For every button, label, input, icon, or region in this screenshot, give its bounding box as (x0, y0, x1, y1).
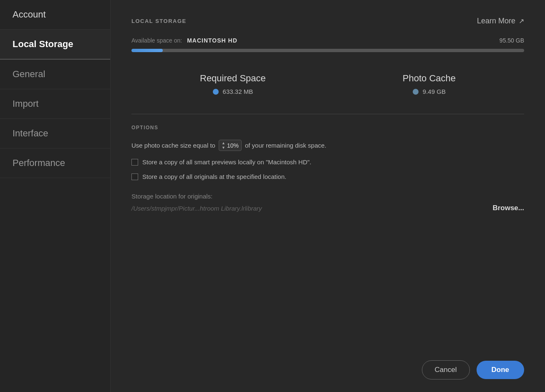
originals-row: Store a copy of all originals at the spe… (131, 173, 524, 180)
cache-value: 10% (227, 142, 239, 149)
progress-bar-track (131, 49, 524, 52)
progress-bar-fill (131, 49, 163, 52)
originals-checkbox[interactable] (131, 173, 138, 180)
stat-value-row-required-space: 633.32 MB (213, 88, 253, 95)
storage-location-label: Storage location for originals: (131, 193, 524, 200)
originals-label: Store a copy of all originals at the spe… (142, 173, 286, 180)
main-content: LOCAL STORAGE Learn More ↗ Available spa… (111, 0, 545, 392)
spinner-arrows[interactable]: ▲ ▼ (222, 141, 225, 150)
stat-item-photo-cache: Photo Cache9.49 GB (403, 73, 456, 95)
cache-spinner[interactable]: ▲ ▼ 10% (219, 140, 242, 151)
browse-button[interactable]: Browse... (492, 204, 524, 212)
options-title: OPTIONS (131, 125, 524, 131)
stat-value-photo-cache: 9.49 GB (423, 88, 446, 95)
stat-value-required-space: 633.32 MB (223, 88, 253, 95)
cancel-button[interactable]: Cancel (422, 360, 470, 379)
available-row: Available space on: MACINTOSH HD 95.50 G… (131, 37, 524, 44)
smart-previews-checkbox[interactable] (131, 159, 138, 166)
stat-label-photo-cache: Photo Cache (403, 73, 456, 84)
available-label: Available space on: (131, 37, 182, 44)
stat-item-required-space: Required Space633.32 MB (200, 73, 266, 95)
sidebar-item-local-storage[interactable]: Local Storage (0, 30, 110, 60)
stat-dot-photo-cache (413, 89, 419, 95)
sidebar-item-performance[interactable]: Performance (0, 148, 110, 178)
divider (131, 114, 524, 114)
stats-row: Required Space633.32 MBPhoto Cache9.49 G… (131, 73, 524, 95)
learn-more-label: Learn More (477, 17, 515, 25)
sidebar-item-account[interactable]: Account (0, 0, 110, 30)
smart-previews-label: Store a copy of all smart previews local… (142, 158, 311, 166)
cache-suffix: of your remaining disk space. (245, 142, 326, 149)
spinner-up-icon[interactable]: ▲ (222, 141, 225, 145)
sidebar: AccountLocal StorageGeneralImportInterfa… (0, 0, 111, 392)
storage-path: /Users/stmpjmpr/Pictur...htroom Library.… (131, 205, 262, 212)
stat-value-row-photo-cache: 9.49 GB (413, 88, 446, 95)
header-row: LOCAL STORAGE Learn More ↗ (131, 17, 524, 25)
sidebar-item-interface[interactable]: Interface (0, 119, 110, 148)
learn-more-button[interactable]: Learn More ↗ (477, 17, 524, 25)
stat-label-required-space: Required Space (200, 73, 266, 84)
sidebar-item-import[interactable]: Import (0, 89, 110, 119)
sidebar-item-general[interactable]: General (0, 60, 110, 89)
cache-prefix: Use photo cache size equal to (131, 142, 215, 149)
section-title: LOCAL STORAGE (131, 18, 187, 24)
available-space: 95.50 GB (500, 37, 524, 44)
stat-dot-required-space (213, 89, 219, 95)
storage-bar-section: Available space on: MACINTOSH HD 95.50 G… (131, 37, 524, 52)
external-link-icon: ↗ (519, 17, 524, 25)
spinner-down-icon[interactable]: ▼ (222, 146, 225, 150)
footer: Cancel Done (422, 360, 524, 379)
done-button[interactable]: Done (477, 361, 525, 379)
smart-previews-row: Store a copy of all smart previews local… (131, 158, 524, 166)
cache-size-row: Use photo cache size equal to ▲ ▼ 10% of… (131, 140, 524, 151)
storage-path-row: /Users/stmpjmpr/Pictur...htroom Library.… (131, 204, 524, 212)
drive-name: MACINTOSH HD (187, 37, 237, 44)
